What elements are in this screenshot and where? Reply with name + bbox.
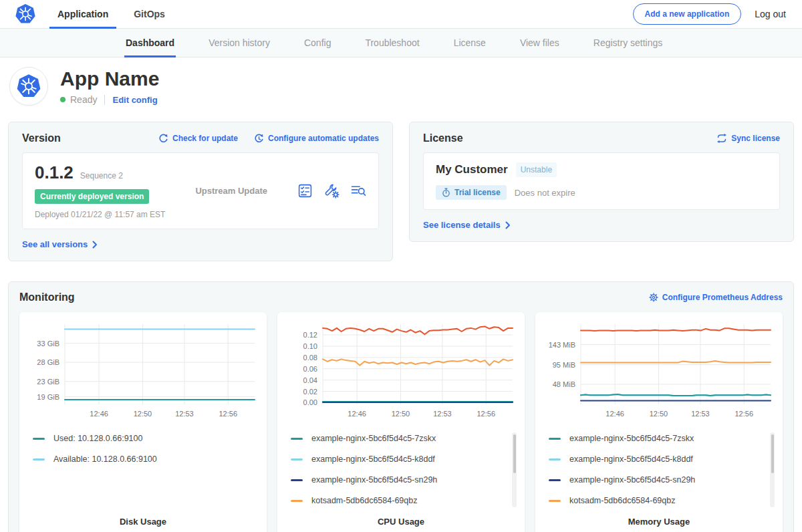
legend-swatch: [291, 479, 303, 481]
configure-prometheus-label: Configure Prometheus Address: [662, 293, 783, 302]
logout-button[interactable]: Log out: [755, 9, 786, 19]
memory-usage-plot: 143 MiB95 MiB48 MiB12:4612:5012:5312:56: [543, 320, 775, 422]
legend-swatch: [291, 458, 303, 460]
sync-license-label: Sync license: [731, 134, 780, 143]
legend-swatch: [549, 479, 561, 481]
legend-label: kotsadm-5db6dc6584-69qbz: [569, 496, 675, 505]
svg-text:0.02: 0.02: [303, 388, 317, 396]
svg-text:143 MiB: 143 MiB: [549, 341, 575, 349]
app-avatar: [9, 67, 48, 106]
svg-text:0.08: 0.08: [303, 354, 317, 362]
legend-label: example-nginx-5bc6f5d4c5-k8ddf: [311, 454, 435, 464]
tab-config[interactable]: Config: [304, 29, 331, 57]
top-navbar: Application GitOps Add a new application…: [0, 0, 802, 29]
tab-gitops[interactable]: GitOps: [134, 0, 165, 28]
memory-usage-title: Memory Usage: [543, 517, 775, 527]
sync-license-link[interactable]: Sync license: [716, 134, 780, 143]
channel-badge: Unstable: [516, 162, 557, 177]
legend-swatch: [549, 458, 561, 460]
tab-view-files[interactable]: View files: [520, 29, 559, 57]
disk-usage-chart-card: 33 GiB28 GiB23 GiB19 GiB12:4612:5012:531…: [19, 312, 267, 532]
disk-usage-legend: Used: 10.128.0.66:9100Available: 10.128.…: [27, 431, 259, 511]
svg-text:12:56: 12:56: [734, 410, 753, 418]
svg-text:12:56: 12:56: [477, 410, 495, 418]
monitoring-card: Monitoring Configure Prometheus Address …: [8, 281, 794, 532]
version-source-label: Upstream Update: [165, 186, 297, 196]
legend-label: Used: 10.128.0.66:9100: [53, 434, 142, 443]
edit-config-link[interactable]: Edit config: [112, 95, 157, 105]
tab-version-history[interactable]: Version history: [209, 29, 270, 57]
license-card-title: License: [423, 132, 463, 144]
preflight-checklist-icon[interactable]: [297, 183, 313, 198]
gear-icon: [649, 293, 658, 302]
cpu-usage-chart-card: 0.120.100.080.060.040.020.0012:4612:5012…: [277, 312, 525, 532]
svg-text:33 GiB: 33 GiB: [37, 340, 59, 348]
svg-text:12:56: 12:56: [219, 410, 237, 418]
tab-registry-settings[interactable]: Registry settings: [593, 29, 662, 57]
memory-usage-chart-card: 143 MiB95 MiB48 MiB12:4612:5012:5312:56 …: [535, 312, 783, 532]
legend-label: kotsadm-5db6dc6584-69qbz: [311, 496, 417, 505]
kubernetes-app-icon: [16, 74, 41, 99]
cpu-usage-title: CPU Usage: [285, 517, 517, 527]
svg-text:19 GiB: 19 GiB: [37, 393, 59, 401]
svg-text:0.12: 0.12: [303, 331, 317, 339]
svg-text:0.04: 0.04: [303, 376, 317, 384]
legend-swatch: [291, 500, 303, 502]
legend-item: example-nginx-5bc6f5d4c5-k8ddf: [549, 454, 765, 464]
sync-icon: [716, 134, 727, 143]
kubernetes-logo-icon[interactable]: [15, 3, 36, 25]
svg-text:12:53: 12:53: [175, 410, 194, 418]
svg-text:12:50: 12:50: [134, 410, 152, 418]
svg-text:95 MiB: 95 MiB: [553, 361, 575, 369]
svg-text:12:46: 12:46: [348, 410, 366, 418]
page-title: App Name: [60, 68, 159, 90]
add-application-button[interactable]: Add a new application: [633, 3, 742, 25]
legend-swatch: [33, 458, 45, 460]
legend-item: example-nginx-5bc6f5d4c5-k8ddf: [291, 454, 507, 464]
cpu-usage-plot: 0.120.100.080.060.040.020.0012:4612:5012…: [285, 320, 517, 422]
see-license-details-label: See license details: [423, 220, 501, 230]
legend-scrollbar[interactable]: [512, 432, 517, 507]
summary-cards-row: Version Check for update Configure au: [0, 118, 802, 261]
check-for-update-link[interactable]: Check for update: [158, 134, 238, 144]
customer-name: My Customer: [436, 163, 508, 176]
topnav-tabs: Application GitOps: [57, 0, 165, 28]
license-box: My Customer Unstable Trial license Does …: [423, 152, 780, 210]
legend-swatch: [291, 438, 303, 440]
legend-scrollbar[interactable]: [770, 432, 775, 507]
see-all-versions-link[interactable]: See all versions: [22, 239, 98, 249]
see-all-versions-label: See all versions: [22, 239, 88, 249]
configure-prometheus-link[interactable]: Configure Prometheus Address: [649, 293, 783, 302]
tab-application[interactable]: Application: [57, 0, 108, 28]
legend-swatch: [33, 438, 45, 440]
legend-label: Available: 10.128.0.66:9100: [53, 454, 157, 464]
topnav-right: Add a new application Log out: [633, 0, 786, 28]
configure-automatic-updates-link[interactable]: Configure automatic updates: [254, 134, 379, 144]
configure-automatic-updates-label: Configure automatic updates: [268, 134, 379, 143]
legend-item: Used: 10.128.0.66:9100: [33, 434, 249, 443]
svg-text:12:53: 12:53: [691, 410, 710, 418]
license-type-badge: Trial license: [436, 185, 507, 200]
divider: [104, 95, 105, 105]
tab-troubleshoot[interactable]: Troubleshoot: [365, 29, 419, 57]
legend-label: example-nginx-5bc6f5d4c5-sn29h: [311, 475, 437, 485]
deployed-badge: Currently deployed version: [35, 189, 149, 204]
legend-label: example-nginx-5bc6f5d4c5-sn29h: [569, 475, 695, 485]
app-header: App Name Ready Edit config: [0, 57, 802, 118]
refresh-icon: [158, 134, 168, 144]
legend-swatch: [549, 500, 561, 502]
svg-text:12:50: 12:50: [650, 410, 668, 418]
wrench-gear-config-icon[interactable]: [324, 183, 340, 198]
license-expiry: Does not expire: [515, 188, 575, 198]
legend-swatch: [549, 438, 561, 440]
chevron-right-icon: [92, 241, 98, 249]
tab-license[interactable]: License: [454, 29, 486, 57]
logs-search-icon[interactable]: [351, 184, 366, 197]
svg-text:12:46: 12:46: [90, 410, 108, 418]
svg-text:0.06: 0.06: [303, 365, 317, 373]
current-version-box: 0.1.2 Sequence 2 Currently deployed vers…: [22, 152, 379, 229]
see-license-details-link[interactable]: See license details: [423, 220, 511, 230]
tab-dashboard[interactable]: Dashboard: [126, 29, 174, 57]
legend-label: example-nginx-5bc6f5d4c5-7zskx: [311, 434, 436, 443]
svg-text:0.00: 0.00: [303, 398, 317, 406]
